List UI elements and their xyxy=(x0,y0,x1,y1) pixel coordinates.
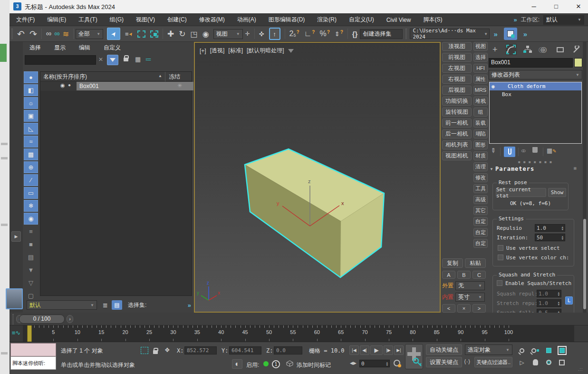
menu-item[interactable]: 工具(T) xyxy=(78,16,97,24)
explorer-filter-button[interactable] xyxy=(107,55,118,65)
view-button[interactable]: 旋转视图 xyxy=(442,108,472,117)
preset-combo[interactable]: 默认 ▼ xyxy=(27,300,97,310)
cameras-filter-icon[interactable]: ▣ xyxy=(24,110,38,122)
tool-button[interactable]: 清理 xyxy=(473,162,488,171)
select-and-manipulate-button[interactable]: ✜ xyxy=(259,30,264,38)
menu-item[interactable]: 视图(V) xyxy=(136,16,155,24)
scrollbar-thumb[interactable] xyxy=(583,219,586,309)
lock-explorer-icon[interactable] xyxy=(124,56,128,63)
set-current-state-button[interactable]: Set current stat xyxy=(496,188,546,197)
tool-button[interactable]: 堆栈 xyxy=(473,97,488,106)
modifier-list-combo[interactable]: 修改器列表 ▼ xyxy=(489,70,582,79)
pin-stack-icon[interactable]: ✎ xyxy=(489,146,497,155)
timeslider-grip[interactable] xyxy=(12,314,14,325)
view-button[interactable]: 功能切换 xyxy=(442,97,472,106)
viewport-canvas[interactable]: z y x z y x xyxy=(195,43,440,312)
toolbar-grip[interactable] xyxy=(405,29,407,39)
view-button[interactable]: 前视图 xyxy=(442,53,472,62)
menu-item[interactable]: 创建(C) xyxy=(167,16,187,24)
tool-button[interactable]: 高级 xyxy=(473,195,488,204)
select-by-name-button[interactable]: ≡➤ xyxy=(125,30,133,38)
add-time-tag[interactable]: 添加时间标记 xyxy=(297,361,331,369)
maxscript-mini-listener-macro[interactable] xyxy=(10,343,56,356)
view-button[interactable]: 前一相机 xyxy=(442,118,472,128)
reference-coordinate-combo[interactable]: 视图 ▼ xyxy=(213,29,243,39)
menu-item[interactable]: Civil View xyxy=(386,17,411,23)
save-file-button[interactable] xyxy=(504,28,517,40)
select-and-rotate-button[interactable]: ↻ xyxy=(179,29,185,39)
cube-icon[interactable] xyxy=(286,360,293,367)
dock-expand-button[interactable]: ▶ xyxy=(11,231,21,242)
copy-button[interactable]: 复制 xyxy=(442,258,463,268)
panel-splitter[interactable]: ■ ■ ■ ■ ■ ■ ■ xyxy=(489,160,582,164)
percent-snap-button[interactable]: %? xyxy=(319,30,329,38)
menu-item[interactable]: 自定义(U) xyxy=(349,16,374,24)
table-row[interactable]: ◉ ● Box001 ✳ xyxy=(40,81,192,91)
eye-icon[interactable]: ◉ xyxy=(492,82,495,90)
undo-icon[interactable]: ↶ xyxy=(17,29,25,39)
object-name-field[interactable]: Box001 xyxy=(489,58,573,68)
maxscript-mini-listener[interactable]: 脚本迷你侦听: xyxy=(10,356,56,370)
explorer-menu-item[interactable]: 编辑 xyxy=(79,44,90,52)
groups-filter-icon[interactable]: ▩ xyxy=(24,148,38,160)
enable-count-badge[interactable]: 1 xyxy=(272,360,280,368)
parameter-spinner[interactable]: 0.5▲▼ xyxy=(537,309,561,313)
tool-button[interactable]: 自定 xyxy=(473,228,488,237)
project-folder-combo[interactable]: C:\Users\Ad···ds Max 2024 ▼ xyxy=(410,29,490,39)
link-icon[interactable]: ∞ xyxy=(46,30,49,38)
hierarchy-view-button[interactable]: ▤ xyxy=(112,300,122,310)
explorer-menu-item[interactable]: 选择 xyxy=(29,44,41,52)
tab-motion[interactable]: ◎ xyxy=(539,44,549,55)
field-of-view-icon[interactable]: ▷ xyxy=(516,357,528,367)
eye-icon[interactable]: ◉ xyxy=(60,82,65,89)
angle-snap-button[interactable]: ∟? xyxy=(304,30,315,38)
key-mode-toggle-icon[interactable]: ◀▶ xyxy=(350,361,357,365)
nav-button[interactable]: < xyxy=(442,304,455,313)
tool-button[interactable]: HFI xyxy=(473,64,488,73)
show-button[interactable]: Show xyxy=(548,188,566,197)
explorer-table-header[interactable]: 名称(按升序排序) ▲ 冻结 xyxy=(40,72,192,81)
view-button[interactable]: 顶视图 xyxy=(442,42,472,51)
y-coordinate-field[interactable]: 604.541 xyxy=(229,346,261,354)
spinner-arrows-icon[interactable]: ▲▼ xyxy=(558,301,559,305)
tab-display[interactable] xyxy=(555,44,565,55)
display-list-icon[interactable]: ≡ xyxy=(24,226,38,237)
filter-config-icon[interactable]: ▼ xyxy=(24,264,38,276)
tool-button[interactable]: 自定 xyxy=(473,217,488,226)
explorer-overflow-chevron[interactable]: » xyxy=(188,302,191,309)
key-mode-combo[interactable]: 选定对象 ▼ xyxy=(465,344,512,355)
mini-curve-editor-button[interactable]: ≡∿ xyxy=(10,325,23,342)
menu-item[interactable]: 渲染(R) xyxy=(317,16,337,24)
time-configuration-icon[interactable] xyxy=(394,360,400,366)
next-frame-button[interactable]: › xyxy=(67,315,73,323)
toolbar-grip[interactable] xyxy=(11,29,13,39)
paste-button[interactable]: 粘贴 xyxy=(465,258,486,268)
parameter-spinner[interactable]: 1.0▲▼ xyxy=(537,290,561,297)
modifier-stack-item[interactable]: Box xyxy=(490,90,581,98)
x-coordinate-field[interactable]: 852.572 xyxy=(184,346,217,354)
menu-item[interactable]: 修改器(M) xyxy=(199,16,225,24)
view-button[interactable]: 左视图 xyxy=(442,64,472,73)
resize-grip[interactable]: .:: xyxy=(578,367,583,372)
tool-button[interactable]: 属性 xyxy=(473,75,488,84)
menu-item[interactable]: 编辑(E) xyxy=(47,16,66,24)
snowflake-icon[interactable]: ✳ xyxy=(177,82,182,89)
isolate-selection-button[interactable] xyxy=(141,347,148,354)
view-button[interactable]: 后视图 xyxy=(442,86,472,95)
spinner-arrows-icon[interactable]: ▲▼ xyxy=(561,226,563,230)
z-coordinate-field[interactable]: 0.0 xyxy=(274,346,302,354)
menu-item[interactable]: 文件(F) xyxy=(16,16,35,24)
tool-button[interactable]: 其它 xyxy=(473,206,488,215)
playback-button[interactable]: ▶| xyxy=(394,345,404,355)
tool-button[interactable]: 组 xyxy=(473,108,488,117)
modifier-stack-item[interactable]: ◉Cloth deform xyxy=(490,82,581,90)
frozen-column-header[interactable]: 冻结 xyxy=(169,73,180,81)
current-frame-field[interactable]: 0 ▲▼ xyxy=(359,360,390,367)
tab-modify[interactable] xyxy=(506,44,516,55)
tool-button[interactable]: MRS xyxy=(473,86,488,95)
set-key-button[interactable]: 设置关键点 xyxy=(426,357,462,367)
shapes-filter-icon[interactable]: ◧ xyxy=(24,84,38,96)
zoom-extents-all-icon[interactable] xyxy=(556,345,568,355)
parameter-spinner[interactable]: 50▲▼ xyxy=(535,234,565,241)
tool-button[interactable]: 视图 xyxy=(473,42,488,51)
